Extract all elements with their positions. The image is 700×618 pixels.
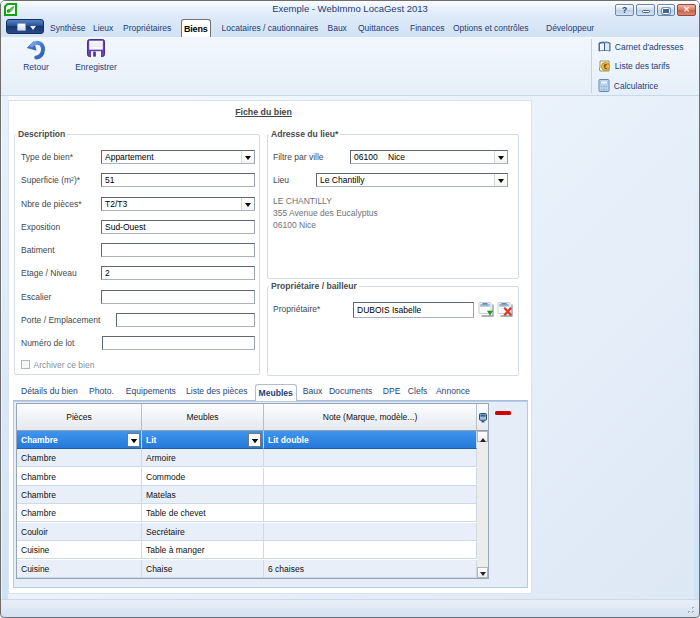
svg-text:€: €	[604, 63, 608, 70]
